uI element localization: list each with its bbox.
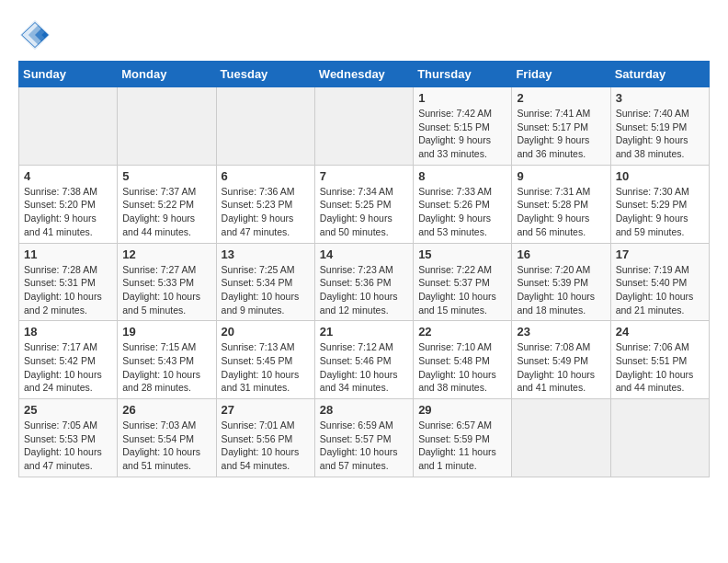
day-number: 8 <box>418 169 506 183</box>
calendar-week-row: 25Sunrise: 7:05 AM Sunset: 5:53 PM Dayli… <box>19 399 710 477</box>
calendar-cell: 12Sunrise: 7:27 AM Sunset: 5:33 PM Dayli… <box>118 243 216 321</box>
day-number: 16 <box>517 247 605 261</box>
weekday-header: Saturday <box>610 62 709 87</box>
calendar-cell: 8Sunrise: 7:33 AM Sunset: 5:26 PM Daylig… <box>414 165 512 243</box>
day-info: Sunrise: 6:59 AM Sunset: 5:57 PM Dayligh… <box>320 419 408 473</box>
day-number: 9 <box>517 169 605 183</box>
day-info: Sunrise: 7:31 AM Sunset: 5:28 PM Dayligh… <box>517 185 605 239</box>
weekday-header: Thursday <box>414 62 512 87</box>
calendar-cell: 25Sunrise: 7:05 AM Sunset: 5:53 PM Dayli… <box>19 399 118 477</box>
calendar-cell: 29Sunrise: 6:57 AM Sunset: 5:59 PM Dayli… <box>414 399 512 477</box>
calendar-cell <box>19 87 118 166</box>
day-info: Sunrise: 7:10 AM Sunset: 5:48 PM Dayligh… <box>418 340 506 395</box>
day-info: Sunrise: 7:05 AM Sunset: 5:53 PM Dayligh… <box>24 419 112 473</box>
calendar-cell: 19Sunrise: 7:15 AM Sunset: 5:43 PM Dayli… <box>118 321 216 399</box>
day-number: 29 <box>418 403 506 417</box>
calendar-cell: 4Sunrise: 7:38 AM Sunset: 5:20 PM Daylig… <box>19 165 118 243</box>
calendar-table: SundayMondayTuesdayWednesdayThursdayFrid… <box>18 61 710 477</box>
day-number: 27 <box>222 403 310 417</box>
calendar-week-row: 4Sunrise: 7:38 AM Sunset: 5:20 PM Daylig… <box>19 165 710 243</box>
day-info: Sunrise: 7:19 AM Sunset: 5:40 PM Dayligh… <box>616 263 704 317</box>
day-number: 10 <box>616 169 704 183</box>
calendar-cell: 11Sunrise: 7:28 AM Sunset: 5:31 PM Dayli… <box>19 243 118 321</box>
day-number: 15 <box>418 247 506 261</box>
calendar-cell: 23Sunrise: 7:08 AM Sunset: 5:49 PM Dayli… <box>512 321 610 399</box>
day-info: Sunrise: 7:20 AM Sunset: 5:39 PM Dayligh… <box>517 263 605 317</box>
day-info: Sunrise: 7:27 AM Sunset: 5:33 PM Dayligh… <box>122 263 210 317</box>
day-info: Sunrise: 7:12 AM Sunset: 5:46 PM Dayligh… <box>320 340 408 395</box>
day-number: 18 <box>24 325 112 339</box>
day-number: 26 <box>122 403 210 417</box>
calendar-cell: 7Sunrise: 7:34 AM Sunset: 5:25 PM Daylig… <box>314 165 413 243</box>
day-info: Sunrise: 7:17 AM Sunset: 5:42 PM Dayligh… <box>24 340 112 395</box>
day-number: 28 <box>320 403 408 417</box>
calendar-cell: 10Sunrise: 7:30 AM Sunset: 5:29 PM Dayli… <box>610 165 709 243</box>
day-info: Sunrise: 7:38 AM Sunset: 5:20 PM Dayligh… <box>24 185 112 239</box>
calendar-cell: 20Sunrise: 7:13 AM Sunset: 5:45 PM Dayli… <box>216 321 314 399</box>
day-number: 13 <box>222 247 310 261</box>
day-info: Sunrise: 6:57 AM Sunset: 5:59 PM Dayligh… <box>418 419 506 473</box>
day-info: Sunrise: 7:42 AM Sunset: 5:15 PM Dayligh… <box>418 107 506 161</box>
day-number: 3 <box>616 91 704 105</box>
calendar-cell: 18Sunrise: 7:17 AM Sunset: 5:42 PM Dayli… <box>19 321 118 399</box>
weekday-header-row: SundayMondayTuesdayWednesdayThursdayFrid… <box>19 62 710 87</box>
day-number: 7 <box>320 169 408 183</box>
day-info: Sunrise: 7:08 AM Sunset: 5:49 PM Dayligh… <box>517 340 605 395</box>
day-number: 19 <box>122 325 210 339</box>
day-number: 20 <box>222 325 310 339</box>
day-number: 4 <box>24 169 112 183</box>
weekday-header: Wednesday <box>314 62 413 87</box>
day-number: 1 <box>418 91 506 105</box>
weekday-header: Tuesday <box>216 62 314 87</box>
calendar-cell: 17Sunrise: 7:19 AM Sunset: 5:40 PM Dayli… <box>610 243 709 321</box>
day-number: 24 <box>616 325 704 339</box>
day-info: Sunrise: 7:15 AM Sunset: 5:43 PM Dayligh… <box>122 340 210 395</box>
day-info: Sunrise: 7:40 AM Sunset: 5:19 PM Dayligh… <box>616 107 704 161</box>
day-info: Sunrise: 7:41 AM Sunset: 5:17 PM Dayligh… <box>517 107 605 161</box>
day-number: 2 <box>517 91 605 105</box>
day-number: 6 <box>222 169 310 183</box>
day-info: Sunrise: 7:03 AM Sunset: 5:54 PM Dayligh… <box>122 419 210 473</box>
day-number: 5 <box>122 169 210 183</box>
calendar-cell <box>314 87 413 166</box>
weekday-header: Friday <box>512 62 610 87</box>
day-number: 21 <box>320 325 408 339</box>
calendar-cell: 2Sunrise: 7:41 AM Sunset: 5:17 PM Daylig… <box>512 87 610 166</box>
calendar-cell: 16Sunrise: 7:20 AM Sunset: 5:39 PM Dayli… <box>512 243 610 321</box>
calendar-cell: 21Sunrise: 7:12 AM Sunset: 5:46 PM Dayli… <box>314 321 413 399</box>
day-info: Sunrise: 7:25 AM Sunset: 5:34 PM Dayligh… <box>222 263 310 317</box>
calendar-week-row: 11Sunrise: 7:28 AM Sunset: 5:31 PM Dayli… <box>19 243 710 321</box>
calendar-cell: 6Sunrise: 7:36 AM Sunset: 5:23 PM Daylig… <box>216 165 314 243</box>
calendar-cell: 26Sunrise: 7:03 AM Sunset: 5:54 PM Dayli… <box>118 399 216 477</box>
day-number: 23 <box>517 325 605 339</box>
day-info: Sunrise: 7:06 AM Sunset: 5:51 PM Dayligh… <box>616 340 704 395</box>
day-info: Sunrise: 7:34 AM Sunset: 5:25 PM Dayligh… <box>320 185 408 239</box>
calendar-cell: 24Sunrise: 7:06 AM Sunset: 5:51 PM Dayli… <box>610 321 709 399</box>
weekday-header: Sunday <box>19 62 118 87</box>
day-number: 22 <box>418 325 506 339</box>
day-info: Sunrise: 7:23 AM Sunset: 5:36 PM Dayligh… <box>320 263 408 317</box>
day-number: 25 <box>24 403 112 417</box>
weekday-header: Monday <box>118 62 216 87</box>
day-info: Sunrise: 7:22 AM Sunset: 5:37 PM Dayligh… <box>418 263 506 317</box>
day-info: Sunrise: 7:13 AM Sunset: 5:45 PM Dayligh… <box>222 340 310 395</box>
calendar-cell <box>118 87 216 166</box>
calendar-cell: 9Sunrise: 7:31 AM Sunset: 5:28 PM Daylig… <box>512 165 610 243</box>
day-info: Sunrise: 7:28 AM Sunset: 5:31 PM Dayligh… <box>24 263 112 317</box>
calendar-cell: 15Sunrise: 7:22 AM Sunset: 5:37 PM Dayli… <box>414 243 512 321</box>
day-info: Sunrise: 7:37 AM Sunset: 5:22 PM Dayligh… <box>122 185 210 239</box>
calendar-cell: 27Sunrise: 7:01 AM Sunset: 5:56 PM Dayli… <box>216 399 314 477</box>
calendar-cell: 14Sunrise: 7:23 AM Sunset: 5:36 PM Dayli… <box>314 243 413 321</box>
calendar-cell: 5Sunrise: 7:37 AM Sunset: 5:22 PM Daylig… <box>118 165 216 243</box>
calendar-cell <box>512 399 610 477</box>
calendar-cell: 3Sunrise: 7:40 AM Sunset: 5:19 PM Daylig… <box>610 87 709 166</box>
day-number: 12 <box>122 247 210 261</box>
page-header <box>18 18 710 52</box>
day-number: 17 <box>616 247 704 261</box>
logo-icon <box>18 18 51 52</box>
logo <box>18 18 55 52</box>
day-number: 11 <box>24 247 112 261</box>
calendar-cell: 1Sunrise: 7:42 AM Sunset: 5:15 PM Daylig… <box>414 87 512 166</box>
day-info: Sunrise: 7:33 AM Sunset: 5:26 PM Dayligh… <box>418 185 506 239</box>
calendar-cell <box>216 87 314 166</box>
